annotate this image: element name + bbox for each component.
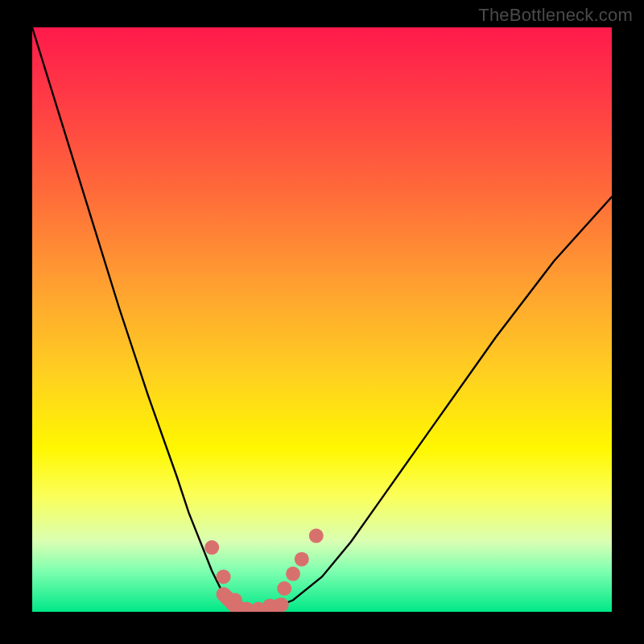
highlight-dot (228, 593, 242, 608)
highlight-dot (217, 569, 231, 584)
chart-frame: TheBottleneck.com (0, 0, 644, 644)
highlight-dot (286, 567, 300, 581)
curve-layer (32, 27, 612, 612)
highlight-dot (295, 552, 309, 567)
highlight-dot (277, 581, 291, 596)
highlight-dot (204, 540, 219, 555)
bottleneck-curve (32, 27, 612, 612)
plot-area (32, 27, 612, 612)
highlight-dot (309, 529, 324, 543)
watermark-text: TheBottleneck.com (478, 5, 633, 26)
